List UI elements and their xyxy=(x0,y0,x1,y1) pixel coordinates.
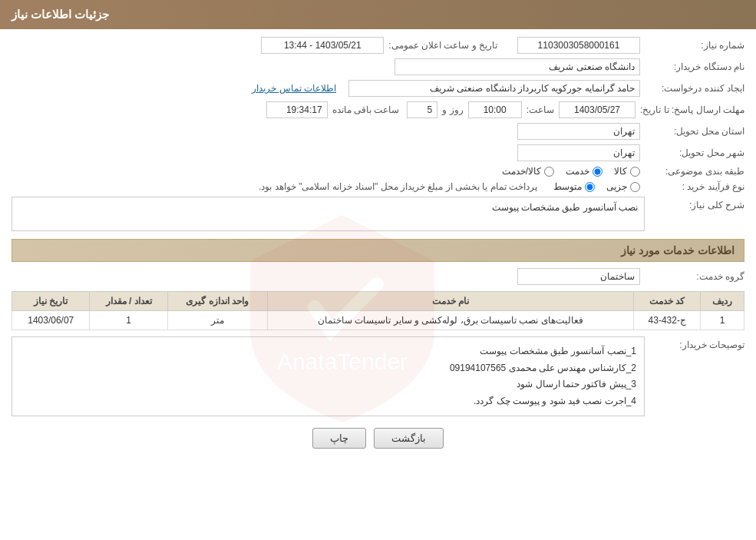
province-row: استان محل تحویل: xyxy=(12,123,744,140)
creator-row: ایجاد کننده درخواست: اطلاعات تماس خریدار xyxy=(12,80,744,97)
category-label: طبقه بندی موضوعی: xyxy=(645,166,744,177)
general-desc-row: شرح کلی نیاز: نصب آسانسور طبق مشخصات پیو… xyxy=(12,197,744,231)
purchase-partial-item[interactable]: جزیی xyxy=(606,181,640,192)
buyer-org-label: نام دستگاه خریدار: xyxy=(645,61,744,72)
page-header: جزئیات اطلاعات نیاز xyxy=(0,0,756,29)
table-header-row: ردیف کد خدمت نام خدمت واحد اندازه گیری ت… xyxy=(12,292,744,311)
buyer-org-input[interactable] xyxy=(395,58,640,75)
category-kala-khadamat-item[interactable]: کالا/خدمت xyxy=(502,166,554,177)
service-group-input[interactable] xyxy=(517,268,640,285)
response-date-input[interactable] xyxy=(559,101,636,118)
purchase-partial-label: جزیی xyxy=(606,181,627,192)
response-remaining-label: ساعت باقی مانده xyxy=(332,104,400,115)
back-button[interactable]: بازگشت xyxy=(374,428,444,449)
need-number-label: شماره نیاز: xyxy=(645,40,744,51)
need-number-row: شماره نیاز: تاریخ و ساعت اعلان عمومی: xyxy=(12,37,744,54)
city-input[interactable] xyxy=(517,144,640,161)
general-desc-text: نصب آسانسور طبق مشخصات پیوست xyxy=(492,202,638,213)
contact-link[interactable]: اطلاعات تماس خریدار xyxy=(252,83,336,94)
general-desc-content: نصب آسانسور طبق مشخصات پیوست xyxy=(12,197,645,231)
services-table-section: ردیف کد خدمت نام خدمت واحد اندازه گیری ت… xyxy=(12,291,744,330)
purchase-type-row: نوع فرآیند خرید : جزیی متوسط پرداخت تمام… xyxy=(12,181,744,192)
buyer-notes-label: توصیحات خریدار: xyxy=(645,336,744,350)
city-label: شهر محل تحویل: xyxy=(645,147,744,158)
col-date: تاریخ نیاز xyxy=(12,292,90,311)
category-kala-khadamat-label: کالا/خدمت xyxy=(502,166,541,177)
buyer-notes-content: 1_نصب آسانسور طبق مشخصات پیوست 2_کارشناس… xyxy=(12,336,645,416)
response-deadline-row: مهلت ارسال پاسخ: تا تاریخ: ساعت: روز و س… xyxy=(12,101,744,118)
purchase-type-radio-group: جزیی متوسط xyxy=(553,181,640,192)
category-kala-label: کالا xyxy=(614,166,627,177)
buyer-note-2: 2_کارشناس مهندس علی محمدی 09194107565 xyxy=(20,360,636,377)
category-kala-radio[interactable] xyxy=(630,167,640,177)
col-row-num: ردیف xyxy=(701,292,744,311)
buyer-note-4: 4_اجرت نصب فید شود و پیوست چک گردد. xyxy=(20,393,636,410)
response-time-label: ساعت: xyxy=(527,104,554,115)
general-desc-label: شرح کلی نیاز: xyxy=(645,197,744,210)
cell-service-name: فعالیت‌های نصب تاسیسات برق، لوله‌کشی و س… xyxy=(267,311,633,330)
purchase-type-label: نوع فرآیند خرید : xyxy=(645,181,744,192)
purchase-partial-radio[interactable] xyxy=(630,182,640,192)
response-deadline-label: مهلت ارسال پاسخ: تا تاریخ: xyxy=(640,104,744,115)
print-button[interactable]: چاپ xyxy=(312,428,366,449)
purchase-medium-item[interactable]: متوسط xyxy=(553,181,595,192)
creator-label: ایجاد کننده درخواست: xyxy=(645,83,744,94)
response-remaining-input[interactable] xyxy=(266,101,328,118)
action-buttons: بازگشت چاپ xyxy=(12,428,744,449)
category-kala-khadamat-radio[interactable] xyxy=(544,167,554,177)
purchase-note: پرداخت تمام یا بخشی از مبلغ خریداز محل "… xyxy=(259,181,537,192)
response-days-input[interactable] xyxy=(407,101,437,118)
response-time-input[interactable] xyxy=(468,101,522,118)
col-unit: واحد اندازه گیری xyxy=(167,292,267,311)
services-table: ردیف کد خدمت نام خدمت واحد اندازه گیری ت… xyxy=(12,291,744,330)
cell-date: 1403/06/07 xyxy=(12,311,90,330)
category-row: طبقه بندی موضوعی: کالا خدمت کالا/خدمت xyxy=(12,166,744,177)
col-service-code: کد خدمت xyxy=(634,292,701,311)
buyer-notes-row: توصیحات خریدار: 1_نصب آسانسور طبق مشخصات… xyxy=(12,336,744,416)
province-label: استان محل تحویل: xyxy=(645,126,744,137)
cell-quantity: 1 xyxy=(90,311,167,330)
buyer-org-row: نام دستگاه خریدار: xyxy=(12,58,744,75)
category-khadamat-label: خدمت xyxy=(566,166,589,177)
service-group-row: گروه خدمت: xyxy=(12,268,744,285)
announcement-date-input[interactable] xyxy=(261,37,384,54)
category-khadamat-item[interactable]: خدمت xyxy=(566,166,602,177)
response-days-label: روز و xyxy=(442,104,463,115)
category-kala-item[interactable]: کالا xyxy=(614,166,640,177)
services-section-title: اطلاعات خدمات مورد نیاز xyxy=(12,239,744,262)
col-service-name: نام خدمت xyxy=(267,292,633,311)
category-radio-group: کالا خدمت کالا/خدمت xyxy=(502,166,640,177)
purchase-medium-label: متوسط xyxy=(553,181,582,192)
need-number-input[interactable] xyxy=(517,37,640,54)
buyer-note-3: 3_پیش فاکتور حتما ارسال شود xyxy=(20,376,636,393)
creator-input[interactable] xyxy=(348,80,640,97)
col-quantity: تعداد / مقدار xyxy=(90,292,167,311)
service-group-label: گروه خدمت: xyxy=(645,271,744,282)
purchase-medium-radio[interactable] xyxy=(585,182,595,192)
category-khadamat-radio[interactable] xyxy=(593,167,602,177)
buyer-note-1: 1_نصب آسانسور طبق مشخصات پیوست xyxy=(20,343,636,360)
table-row: 1 ج-432-43 فعالیت‌های نصب تاسیسات برق، ل… xyxy=(12,311,744,330)
page-title: جزئیات اطلاعات نیاز xyxy=(12,8,109,21)
announcement-date-label: تاریخ و ساعت اعلان عمومی: xyxy=(388,40,497,51)
cell-unit: متر xyxy=(167,311,267,330)
cell-row-num: 1 xyxy=(701,311,744,330)
city-row: شهر محل تحویل: xyxy=(12,144,744,161)
province-input[interactable] xyxy=(517,123,640,140)
cell-service-code: ج-432-43 xyxy=(634,311,701,330)
